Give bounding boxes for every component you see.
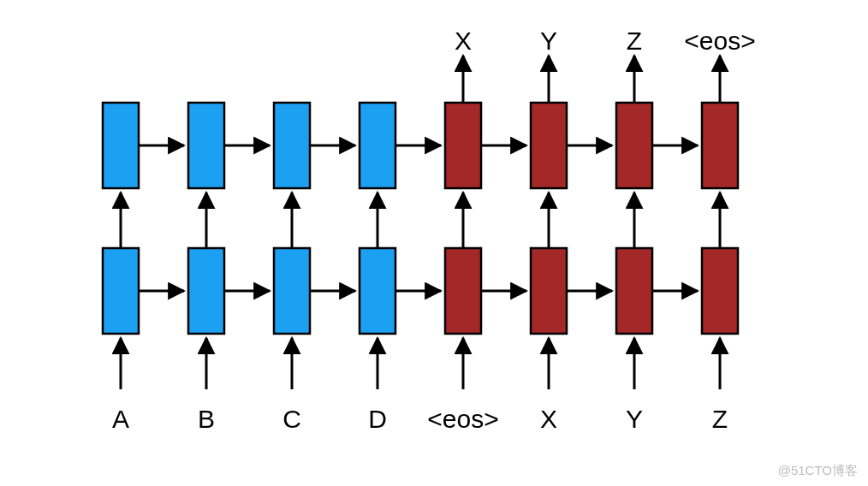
- input-label: Z: [712, 405, 728, 433]
- col-4: <eos> X: [395, 27, 499, 433]
- encoder-cell-bottom: [274, 248, 310, 334]
- input-label: A: [112, 405, 129, 433]
- output-label: Z: [627, 27, 642, 55]
- encoder-cell-top: [103, 103, 139, 188]
- encoder-cell-top: [274, 103, 310, 188]
- decoder-cell-top: [445, 103, 481, 188]
- decoder-cell-bottom: [531, 248, 567, 334]
- encoder-cell-bottom: [103, 248, 139, 334]
- decoder-cell-bottom: [616, 248, 652, 334]
- decoder-cell-top: [702, 103, 738, 188]
- seq2seq-diagram: A B C D <eo: [0, 0, 868, 486]
- input-label: X: [540, 405, 557, 433]
- col-3: D: [310, 103, 395, 433]
- decoder-cell-bottom: [702, 248, 738, 334]
- decoder-cell-bottom: [445, 248, 481, 334]
- input-label: C: [282, 405, 301, 433]
- output-label: Y: [540, 27, 557, 55]
- col-5: X Y: [481, 27, 567, 433]
- input-label: Y: [626, 405, 643, 433]
- decoder-cell-top: [531, 103, 567, 188]
- col-2: C: [224, 103, 310, 433]
- output-label: <eos>: [684, 27, 755, 55]
- encoder-cell-top: [360, 103, 395, 188]
- encoder-cell-bottom: [188, 248, 224, 334]
- col-6: Y Z: [567, 27, 652, 433]
- input-label: <eos>: [427, 405, 498, 433]
- encoder-cell-top: [188, 103, 224, 188]
- encoder-cell-bottom: [360, 248, 395, 334]
- col-1: B: [139, 103, 224, 433]
- input-label: B: [198, 405, 215, 433]
- col-0: A: [103, 103, 139, 433]
- decoder-cell-top: [616, 103, 652, 188]
- col-7: Z <eos>: [652, 27, 756, 433]
- input-label: D: [368, 405, 387, 433]
- output-label: X: [455, 27, 472, 55]
